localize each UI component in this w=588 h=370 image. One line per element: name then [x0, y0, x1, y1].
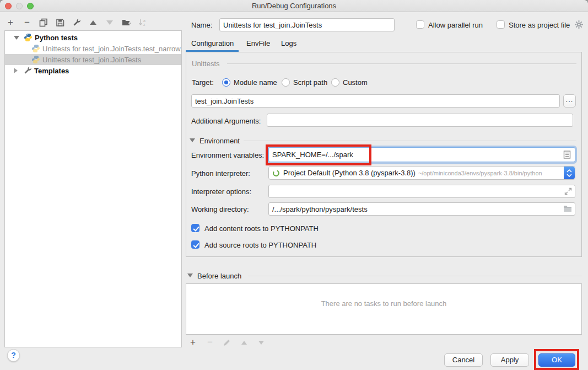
tree-group-label: Python tests [35, 34, 78, 42]
before-launch-collapse-icon[interactable] [187, 274, 193, 277]
tab-logs[interactable]: Logs [281, 39, 296, 47]
target-module-name-radio[interactable] [222, 78, 230, 87]
expand-icon[interactable] [14, 68, 18, 73]
window-title: Run/Debug Configurations [0, 2, 588, 10]
env-vars-annotation-box [266, 144, 371, 165]
target-module-name-label[interactable]: Module name [234, 78, 277, 87]
python-test-icon [31, 44, 40, 53]
environment-collapse-icon[interactable] [190, 138, 195, 142]
python-interpreter-select[interactable]: Project Default (Python 3.8 (pyspark-3.8… [268, 166, 575, 180]
folder-browse-icon[interactable] [563, 205, 572, 214]
store-as-project-file-checkbox[interactable] [497, 20, 505, 29]
configurations-toolbar: + − az [6, 17, 148, 28]
collapse-icon[interactable] [14, 36, 19, 40]
save-configuration-icon[interactable] [55, 18, 65, 28]
tree-group-python-tests[interactable]: Python tests [5, 32, 181, 43]
edit-task-icon [222, 337, 232, 347]
interpreter-options-input[interactable] [268, 185, 575, 198]
target-script-path-radio[interactable] [282, 78, 290, 87]
python-interpreter-path: ~/opt/miniconda3/envs/pyspark-3.8/bin/py… [418, 170, 542, 176]
remove-task-icon: − [205, 337, 215, 347]
move-down-icon [105, 18, 115, 28]
add-content-roots-label[interactable]: Add content roots to PYTHONPATH [204, 224, 319, 233]
interpreter-options-label: Interpreter options: [191, 187, 251, 196]
cancel-button[interactable]: Cancel [444, 353, 483, 367]
allow-parallel-run-label[interactable]: Allow parallel run [428, 21, 483, 29]
target-custom-label[interactable]: Custom [343, 78, 368, 87]
task-down-icon [256, 337, 266, 347]
apply-button[interactable]: Apply [490, 353, 529, 367]
before-launch-toolbar: + − [188, 337, 266, 347]
working-directory-input[interactable] [268, 202, 575, 216]
add-content-roots-checkbox[interactable] [191, 224, 199, 232]
ok-annotation-box [534, 349, 579, 370]
browse-button[interactable]: ... [563, 94, 576, 108]
add-source-roots-label[interactable]: Add source roots to PYTHONPATH [204, 241, 316, 249]
tree-item-jointests-selected[interactable]: Unittests for test_join.JoinTests [5, 54, 181, 65]
conda-environment-icon [272, 169, 280, 177]
task-up-icon [239, 337, 249, 347]
sort-alphabetically-icon: az [138, 18, 148, 28]
add-configuration-icon[interactable]: + [6, 18, 15, 28]
environment-variables-label: Environment variables: [191, 151, 264, 159]
name-label: Name: [191, 21, 212, 29]
tree-item-label: Unittests for test_join.JoinTests [42, 56, 141, 64]
titlebar: Run/Debug Configurations [0, 0, 588, 12]
before-launch-label[interactable]: Before launch [197, 272, 241, 280]
unittests-group-line [227, 63, 576, 64]
interpreter-stepper-icon[interactable] [564, 167, 575, 179]
templates-wrench-icon [23, 66, 32, 75]
before-launch-task-list[interactable]: There are no tasks to run before launch [186, 283, 582, 335]
additional-arguments-input[interactable] [267, 114, 573, 127]
unittests-group-label: Unittests [192, 60, 220, 68]
configurations-tree: Python tests Unittests for test_join.Joi… [4, 30, 182, 347]
tab-envfile[interactable]: EnvFile [246, 39, 270, 47]
python-interpreter-label: Python interpreter: [191, 169, 250, 178]
python-test-icon [31, 55, 40, 64]
tree-group-label: Templates [34, 67, 69, 75]
svg-text:z: z [143, 23, 145, 26]
remove-configuration-icon[interactable]: − [22, 18, 32, 28]
environment-group-line [244, 141, 576, 141]
target-custom-radio[interactable] [331, 78, 339, 87]
move-up-icon[interactable] [88, 18, 98, 28]
svg-text:a: a [143, 19, 145, 23]
add-source-roots-checkbox[interactable] [191, 240, 199, 249]
name-input[interactable] [219, 18, 395, 31]
before-launch-line [248, 276, 582, 276]
no-tasks-message: There are no tasks to run before launch [186, 299, 581, 308]
tree-item-label: Unittests for test_join.JoinTests.test_n… [42, 45, 181, 53]
tree-item-test-narrow[interactable]: Unittests for test_join.JoinTests.test_n… [5, 43, 181, 54]
environment-group-label[interactable]: Environment [199, 137, 240, 145]
working-directory-label: Working directory: [191, 205, 249, 213]
run-debug-configurations-dialog: Run/Debug Configurations + − az Pytho [0, 0, 588, 370]
add-task-icon[interactable]: + [188, 337, 198, 347]
python-tests-icon [24, 33, 33, 42]
target-module-input[interactable] [191, 94, 560, 108]
copy-configuration-icon[interactable] [39, 18, 48, 28]
store-options-gear-icon[interactable] [574, 20, 584, 29]
new-folder-icon[interactable] [121, 18, 131, 28]
edit-variables-list-icon[interactable] [563, 151, 571, 160]
edit-templates-icon[interactable] [72, 18, 82, 28]
allow-parallel-run-checkbox[interactable] [416, 20, 424, 29]
help-button[interactable]: ? [7, 349, 20, 362]
expand-field-icon[interactable] [564, 187, 572, 197]
target-label: Target: [192, 78, 214, 87]
target-script-path-label[interactable]: Script path [293, 78, 327, 87]
store-as-project-file-label[interactable]: Store as project file [509, 21, 570, 29]
python-interpreter-value: Project Default (Python 3.8 (pyspark-3.8… [283, 169, 416, 177]
tab-configuration[interactable]: Configuration [191, 39, 234, 47]
tree-group-templates[interactable]: Templates [5, 65, 181, 76]
additional-arguments-label: Additional Arguments: [191, 117, 261, 125]
